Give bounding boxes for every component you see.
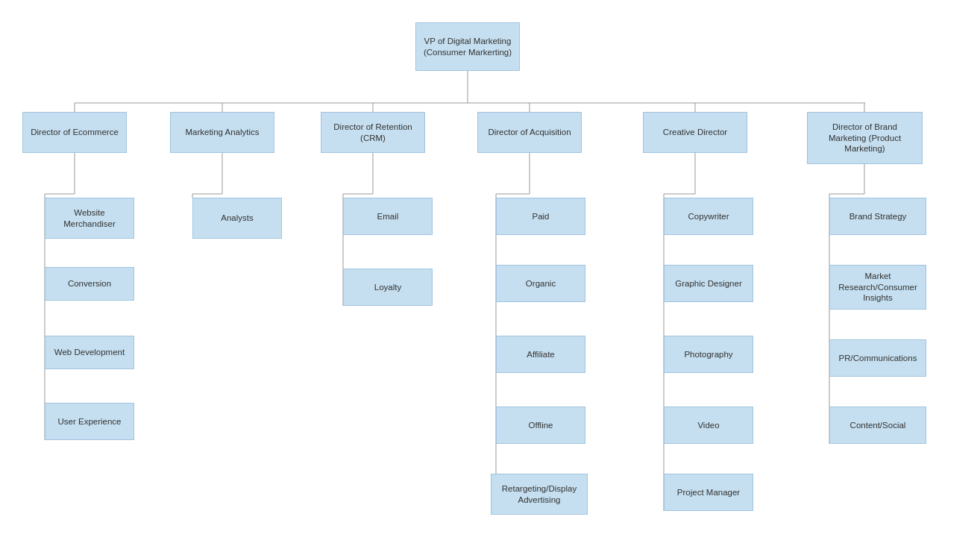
node-analysts: Analysts — [192, 198, 282, 239]
org-chart: VP of Digital Marketing (Consumer Marker… — [0, 0, 980, 549]
node-project-mgr: Project Manager — [664, 474, 753, 511]
node-conversion: Conversion — [45, 267, 134, 301]
node-paid: Paid — [496, 198, 585, 235]
node-root: VP of Digital Marketing (Consumer Marker… — [415, 22, 520, 71]
node-dir-ecom: Director of Ecommerce — [22, 112, 127, 153]
node-loyalty: Loyalty — [343, 269, 433, 306]
node-user-exp: User Experience — [45, 403, 134, 440]
node-video: Video — [664, 407, 753, 444]
node-offline: Offline — [496, 407, 585, 444]
node-creative-dir: Creative Director — [643, 112, 747, 153]
node-dir-retention: Director of Retention (CRM) — [321, 112, 425, 153]
node-organic: Organic — [496, 265, 585, 302]
node-copywriter: Copywriter — [664, 198, 753, 235]
node-photography: Photography — [664, 336, 753, 373]
node-retargeting: Retargeting/Display Advertising — [491, 474, 588, 515]
node-dir-brand: Director of Brand Marketing (Product Mar… — [807, 112, 923, 164]
node-pr-comm: PR/Communications — [829, 339, 926, 377]
node-content-social: Content/Social — [829, 407, 926, 444]
node-affiliate: Affiliate — [496, 336, 585, 373]
node-graphic-designer: Graphic Designer — [664, 265, 753, 302]
node-website-merch: Website Merchandiser — [45, 198, 134, 239]
node-web-dev: Web Development — [45, 336, 134, 369]
node-email: Email — [343, 198, 433, 235]
node-market-research: Market Research/Consumer Insights — [829, 265, 926, 310]
node-dir-acquisition: Director of Acquisition — [477, 112, 582, 153]
node-brand-strategy: Brand Strategy — [829, 198, 926, 235]
node-mkt-analytics: Marketing Analytics — [170, 112, 274, 153]
